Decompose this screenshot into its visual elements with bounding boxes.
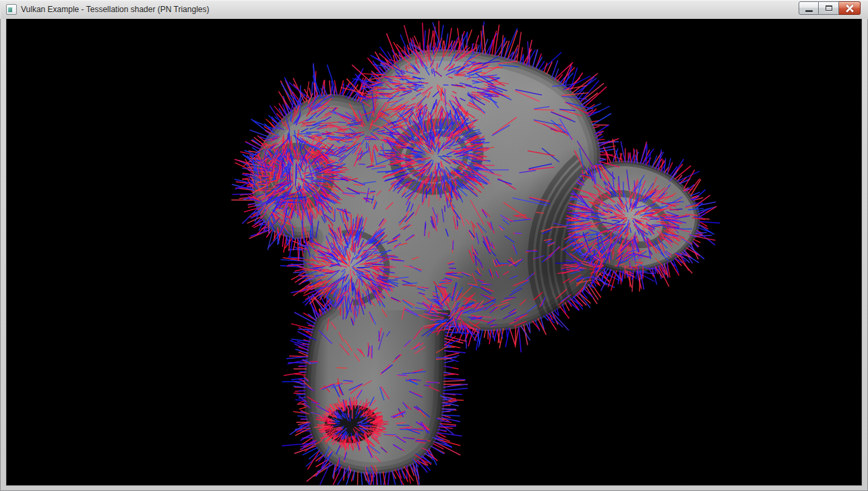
application-icon-pane bbox=[8, 7, 12, 12]
window-resize-border-left[interactable] bbox=[0, 19, 6, 491]
application-icon-pane2 bbox=[13, 7, 15, 12]
minimize-button[interactable] bbox=[799, 1, 819, 15]
window-resize-border-right[interactable] bbox=[862, 19, 868, 491]
maximize-icon bbox=[826, 5, 832, 11]
caption-button-group bbox=[799, 1, 861, 15]
window-title: Vulkan Example - Tessellation shader (PN… bbox=[21, 5, 209, 14]
minimize-icon bbox=[805, 10, 813, 12]
render-canvas[interactable] bbox=[7, 19, 861, 485]
window-resize-border-bottom[interactable] bbox=[0, 486, 868, 491]
app-window: Vulkan Example - Tessellation shader (PN… bbox=[0, 0, 868, 491]
application-icon[interactable] bbox=[6, 4, 17, 15]
close-button[interactable] bbox=[839, 1, 861, 15]
close-icon bbox=[845, 3, 855, 13]
vulkan-viewport bbox=[6, 19, 862, 486]
maximize-button[interactable] bbox=[819, 1, 839, 15]
titlebar[interactable]: Vulkan Example - Tessellation shader (PN… bbox=[0, 0, 868, 19]
